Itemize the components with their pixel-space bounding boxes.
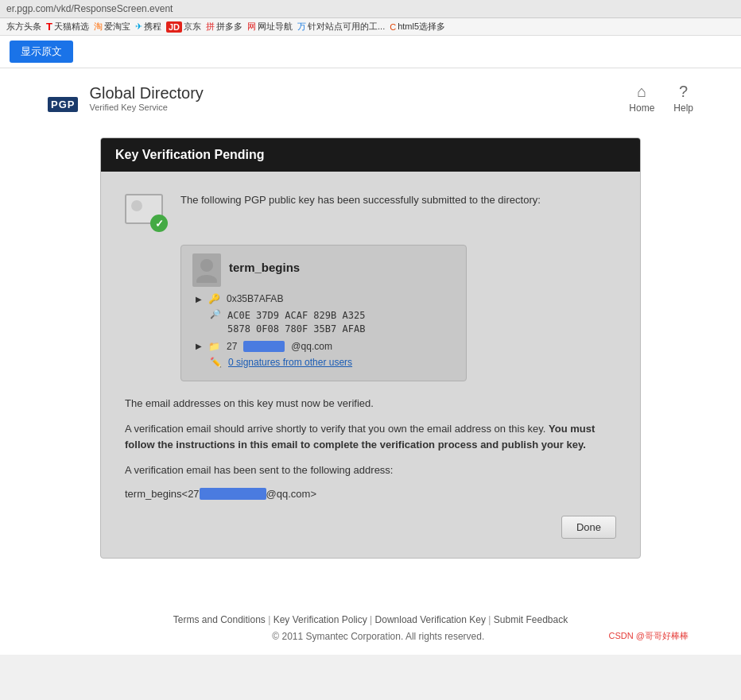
- intro-text: The following PGP public key has been su…: [180, 191, 541, 206]
- footer-policy[interactable]: Key Verification Policy: [274, 614, 367, 625]
- card-body: ✓ The following PGP public key has been …: [101, 172, 640, 558]
- key-icon: 🔑: [208, 293, 220, 304]
- check-badge-icon: ✓: [150, 215, 168, 232]
- email-address-display: term_begins<27xxxxxxxx@qq.com>: [125, 488, 616, 500]
- nav-home[interactable]: ⌂ Home: [629, 83, 654, 114]
- body-para-1: The email addresses on this key must now…: [125, 396, 616, 412]
- translate-bar: 显示原文: [0, 36, 741, 68]
- footer-terms[interactable]: Terms and Conditions: [173, 614, 266, 625]
- csdn-badge: CSDN @哥哥好棒棒: [609, 630, 689, 642]
- fingerprint-icon: 🔎: [210, 309, 221, 319]
- intro-row: ✓ The following PGP public key has been …: [125, 191, 616, 232]
- help-icon: ?: [679, 83, 688, 101]
- main-container: Key Verification Pending ✓ The following…: [0, 122, 741, 590]
- bookmark-ctrip[interactable]: ✈ 携程: [135, 21, 161, 33]
- signatures-row: ✏️ 0 signatures from other users: [210, 357, 455, 368]
- fingerprint-row: 🔎 AC0E 37D9 ACAF 829B A325 5878 0F08 780…: [210, 309, 455, 336]
- pgp-logo: PGP: [48, 97, 78, 112]
- footer-feedback[interactable]: Submit Feedback: [494, 614, 568, 625]
- bookmarks-bar: 东方头条 T 天猫精选 淘 爱淘宝 ✈ 携程 JD 京东 拼 拼多多 网 网址导…: [0, 18, 741, 36]
- btn-row: Done: [125, 516, 616, 539]
- svg-point-0: [200, 259, 213, 272]
- logo-subtitle: Verified Key Service: [89, 102, 203, 112]
- key-id-row: ▶ 🔑 0x35B7AFAB: [196, 293, 455, 304]
- email-row: ▶ 📁 27xxxxxxxx@qq.com: [196, 341, 455, 352]
- body-para-2: A verification email should arrive short…: [125, 421, 616, 453]
- email-address-blurred: xxxxxxxx: [200, 488, 266, 500]
- site-header: PGP Global Directory Verified Key Servic…: [0, 68, 741, 122]
- email-suffix: @qq.com: [291, 341, 332, 352]
- pen-icon: ✏️: [210, 357, 222, 368]
- email-prefix: 27: [227, 341, 237, 352]
- footer-download[interactable]: Download Verification Key: [375, 614, 486, 625]
- pgp-logo-box: PGP: [48, 97, 78, 112]
- bookmark-tianmao[interactable]: T 天猫精选: [46, 21, 89, 33]
- bookmark-jd[interactable]: JD 京东: [166, 21, 201, 33]
- key-info-box: term_begins ▶ 🔑 0x35B7AFAB 🔎 AC0E 37D9 A…: [180, 245, 467, 381]
- site-footer: Terms and Conditions | Key Verification …: [0, 590, 741, 655]
- logo-text: Global Directory Verified Key Service: [86, 84, 203, 112]
- body-para-3: A verification email has been sent to th…: [125, 462, 616, 478]
- key-name: term_begins: [229, 261, 300, 274]
- signatures-link[interactable]: 0 signatures from other users: [228, 357, 352, 368]
- bookmark-pdd[interactable]: 拼 拼多多: [206, 21, 242, 33]
- logo-area: PGP Global Directory Verified Key Servic…: [48, 84, 204, 112]
- success-icon-wrap: ✓: [125, 194, 168, 232]
- card: Key Verification Pending ✓ The following…: [100, 137, 641, 559]
- browser-url-bar: er.pgp.com/vkd/ResponseScreen.event: [0, 0, 741, 18]
- logo-title: Global Directory: [89, 84, 203, 102]
- bookmark-taobao[interactable]: 淘 爱淘宝: [94, 21, 130, 33]
- card-header: Key Verification Pending: [101, 138, 640, 172]
- footer-links: Terms and Conditions | Key Verification …: [48, 614, 693, 625]
- svg-point-1: [196, 275, 217, 283]
- bookmark-html5[interactable]: C html5选择多: [390, 21, 445, 33]
- nav-help[interactable]: ? Help: [673, 83, 693, 114]
- bookmark-网址导航[interactable]: 网 网址导航: [247, 21, 293, 33]
- avatar: [192, 253, 221, 287]
- fingerprint-text: AC0E 37D9 ACAF 829B A325 5878 0F08 780F …: [227, 309, 365, 336]
- expand-icon: ▶: [196, 295, 202, 304]
- email-blurred-part: xxxxxxxx: [243, 341, 285, 352]
- bookmark-dongfang[interactable]: 东方头条: [6, 21, 41, 33]
- email-folder-icon: 📁: [208, 341, 220, 352]
- home-icon: ⌂: [637, 83, 646, 101]
- done-button[interactable]: Done: [561, 516, 616, 539]
- page-content: PGP Global Directory Verified Key Servic…: [0, 68, 741, 655]
- expand-email-icon: ▶: [196, 342, 202, 350]
- header-nav: ⌂ Home ? Help: [629, 83, 693, 114]
- footer-copyright-row: © 2011 Symantec Corporation. All rights …: [52, 630, 689, 642]
- bookmark-万[interactable]: 万 针对站点可用的工...: [297, 21, 385, 33]
- translate-button[interactable]: 显示原文: [10, 41, 73, 63]
- footer-copyright: © 2011 Symantec Corporation. All rights …: [272, 631, 484, 642]
